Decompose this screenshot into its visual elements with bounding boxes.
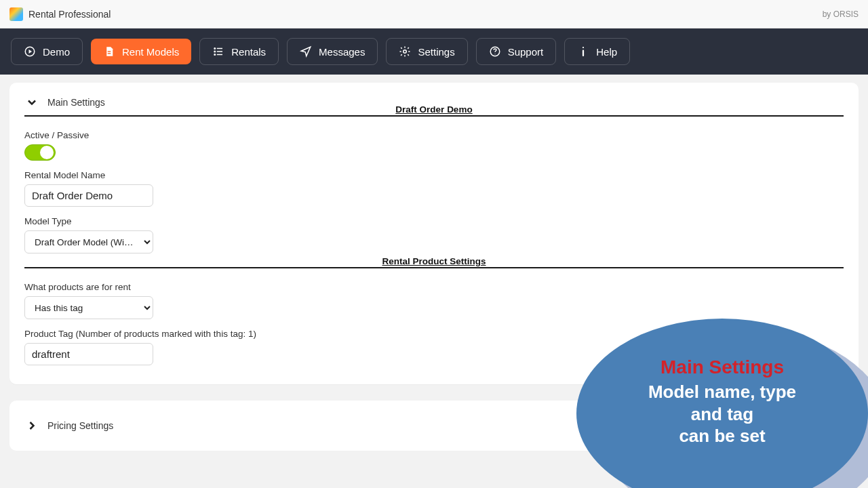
nav-label: Rentals bbox=[231, 46, 266, 58]
svg-point-9 bbox=[494, 54, 495, 54]
section-title: Main Settings bbox=[47, 97, 105, 108]
svg-point-5 bbox=[214, 51, 216, 52]
model-name-label: Rental Model Name bbox=[24, 170, 844, 180]
chevron-down-icon bbox=[24, 95, 39, 110]
rental-product-settings-fieldset-label: Rental Product Settings bbox=[24, 262, 844, 272]
app-logo-icon bbox=[9, 7, 23, 21]
svg-point-6 bbox=[214, 54, 216, 56]
product-tag-label: Product Tag (Number of products marked w… bbox=[24, 329, 844, 339]
model-type-label: Model Type bbox=[24, 216, 844, 226]
nav-label: Messages bbox=[319, 46, 365, 58]
nav-settings[interactable]: Settings bbox=[386, 38, 467, 65]
active-passive-label: Active / Passive bbox=[24, 130, 844, 140]
file-rent-icon bbox=[103, 45, 115, 58]
nav-label: Settings bbox=[418, 46, 454, 58]
nav-label: Demo bbox=[43, 46, 70, 58]
pricing-settings-card[interactable]: Pricing Settings bbox=[9, 401, 859, 451]
active-toggle[interactable] bbox=[24, 144, 56, 161]
draft-order-demo-fieldset-label: Draft Order Demo bbox=[24, 110, 844, 121]
svg-point-4 bbox=[214, 48, 216, 49]
app-title: Rental Professional bbox=[28, 9, 111, 20]
nav-rent-models[interactable]: Rent Models bbox=[91, 39, 191, 64]
nav-demo[interactable]: Demo bbox=[11, 38, 83, 65]
send-icon bbox=[300, 45, 312, 58]
model-name-input[interactable] bbox=[24, 184, 153, 207]
nav-label: Help bbox=[596, 46, 617, 58]
main-nav: Demo Rent Models Rentals Messages Settin… bbox=[0, 28, 868, 75]
svg-point-7 bbox=[403, 50, 407, 54]
nav-label: Rent Models bbox=[122, 46, 179, 58]
list-icon bbox=[212, 45, 224, 58]
toggle-knob-icon bbox=[40, 146, 54, 159]
nav-rentals[interactable]: Rentals bbox=[199, 38, 279, 65]
pricing-section-title: Pricing Settings bbox=[47, 420, 113, 431]
what-products-select[interactable]: Has this tag bbox=[24, 296, 153, 319]
vendor-label: by ORSIS bbox=[823, 9, 859, 19]
nav-messages[interactable]: Messages bbox=[287, 38, 378, 65]
what-products-label: What products are for rent bbox=[24, 282, 844, 292]
nav-help[interactable]: Help bbox=[564, 38, 630, 65]
sliders-icon bbox=[399, 45, 411, 58]
play-circle-icon bbox=[24, 45, 36, 58]
model-type-select[interactable]: Draft Order Model (With Deposit) bbox=[24, 230, 153, 253]
chevron-right-icon bbox=[24, 418, 39, 433]
top-bar: Rental Professional by ORSIS bbox=[0, 0, 868, 28]
info-icon bbox=[577, 45, 589, 58]
main-settings-card: Main Settings Draft Order Demo Active / … bbox=[9, 83, 859, 384]
nav-support[interactable]: Support bbox=[476, 38, 557, 65]
product-tag-input[interactable] bbox=[24, 343, 153, 365]
nav-label: Support bbox=[508, 46, 544, 58]
help-circle-icon bbox=[489, 45, 501, 58]
